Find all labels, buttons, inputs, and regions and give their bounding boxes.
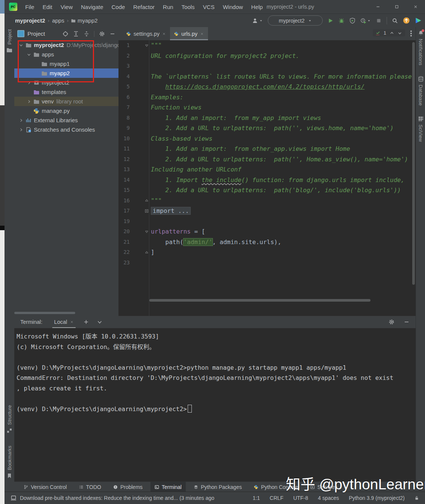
close-button[interactable]: [406, 0, 425, 14]
tree-item-apps[interactable]: apps: [14, 50, 118, 59]
line-number[interactable]: 12: [118, 154, 130, 165]
fold-marker-down[interactable]: [144, 229, 150, 234]
line-number[interactable]: 2: [118, 51, 130, 61]
line-number[interactable]: 17: [118, 206, 130, 216]
debug-button[interactable]: [338, 18, 345, 24]
fold-marker-up[interactable]: [144, 250, 150, 255]
line-number[interactable]: 3: [118, 61, 130, 71]
code-editor[interactable]: 1"""2URL configuration for myproject2 pr…: [118, 40, 416, 316]
code-line[interactable]: 12 2. Add a URL to urlpatterns: path('',…: [118, 154, 416, 165]
menu-item-run[interactable]: Run: [159, 0, 178, 14]
breadcrumb-item-myproject2[interactable]: myproject2: [15, 17, 45, 24]
new-session-button[interactable]: [83, 319, 89, 325]
tool-window-button-todo[interactable]: TODO: [75, 482, 105, 492]
line-number[interactable]: 20: [118, 226, 130, 237]
user-profile-button[interactable]: [252, 18, 263, 24]
code-line[interactable]: 8 1. Add an import: from my_app import v…: [118, 113, 416, 123]
hide-terminal-icon[interactable]: [404, 319, 410, 325]
tree-item-myproject2[interactable]: myproject2D:\MyProjects\djangoLe: [14, 40, 118, 50]
fold-marker-plus[interactable]: [144, 209, 150, 213]
tree-item-myproject2[interactable]: myproject2: [14, 78, 118, 87]
menu-item-view[interactable]: View: [56, 0, 77, 14]
editor-horizontal-scrollbar[interactable]: [149, 299, 370, 302]
tool-window-button-terminal[interactable]: Terminal: [150, 482, 186, 492]
menu-item-code[interactable]: Code: [107, 0, 129, 14]
update-available-icon[interactable]: [403, 17, 410, 24]
chevron-right-icon[interactable]: [17, 128, 25, 132]
chevron-right-icon[interactable]: [17, 118, 25, 123]
code-line[interactable]: 17import ...: [118, 206, 416, 216]
expand-all-icon[interactable]: [73, 31, 79, 37]
next-problem-icon[interactable]: [398, 31, 402, 35]
fold-marker-down[interactable]: [144, 43, 150, 48]
hide-panel-icon[interactable]: [109, 31, 115, 37]
close-icon[interactable]: [70, 320, 74, 324]
tree-item-scratches-and-consoles[interactable]: Scratches and Consoles: [14, 125, 118, 134]
line-number[interactable]: 10: [118, 134, 130, 144]
tool-window-button-structure[interactable]: Structure: [6, 405, 12, 434]
status-widget-1-1[interactable]: 1:1: [253, 495, 260, 501]
line-number[interactable]: 22: [118, 247, 130, 258]
code-line[interactable]: 3: [118, 61, 416, 71]
locate-file-icon[interactable]: [62, 31, 68, 37]
line-number[interactable]: 1: [118, 40, 130, 51]
run-configuration-select[interactable]: myproject2: [268, 15, 323, 26]
more-tabs-icon[interactable]: [410, 30, 412, 32]
terminal-settings-icon[interactable]: [389, 319, 395, 325]
line-number[interactable]: 13: [118, 164, 130, 175]
search-everywhere-button[interactable]: [392, 18, 398, 24]
code-line[interactable]: 1""": [118, 40, 416, 51]
menu-item-refactor[interactable]: Refactor: [129, 0, 159, 14]
code-line[interactable]: 7Function views: [118, 102, 416, 113]
line-number[interactable]: 7: [118, 102, 130, 113]
tool-window-button-python-packages[interactable]: Python Packages: [190, 482, 246, 492]
editor-tab-urls.py[interactable]: urls.py: [170, 27, 208, 40]
code-line[interactable]: 13Including another URLconf: [118, 164, 416, 175]
menu-item-edit[interactable]: Edit: [38, 0, 56, 14]
line-number[interactable]: 5: [118, 82, 130, 92]
breadcrumb-item-apps[interactable]: apps: [52, 17, 64, 24]
run-button[interactable]: [328, 18, 334, 24]
fold-marker-up[interactable]: [144, 198, 150, 203]
code-line[interactable]: 6Examples:: [118, 92, 416, 103]
code-line[interactable]: 16""": [118, 196, 416, 206]
line-number[interactable]: 14: [118, 175, 130, 185]
inspections-widget[interactable]: 1: [373, 29, 405, 36]
code-line[interactable]: 23: [118, 258, 416, 268]
status-widget-crlf[interactable]: CRLF: [270, 495, 284, 501]
line-number[interactable]: 15: [118, 185, 130, 196]
code-line[interactable]: 4The `urlpatterns` list routes URLs to v…: [118, 71, 416, 82]
tree-item-manage.py[interactable]: manage.py: [14, 106, 118, 115]
tool-window-button-bookmarks[interactable]: Bookmarks: [6, 446, 12, 479]
editor-tab-settings.py[interactable]: settings.py: [122, 27, 170, 40]
prev-problem-icon[interactable]: [390, 31, 394, 35]
tool-window-button-notifications[interactable]: Notifications: [418, 30, 424, 65]
gear-icon[interactable]: [99, 31, 105, 37]
close-tab-icon[interactable]: [200, 32, 204, 36]
line-number[interactable]: 11: [118, 144, 130, 154]
horizontal-scrollbar[interactable]: [14, 312, 75, 314]
profiler-button[interactable]: [360, 18, 371, 24]
menu-item-file[interactable]: File: [21, 0, 38, 14]
status-widget-python-3-9-myproject2-[interactable]: Python 3.9 (myproject2): [349, 495, 405, 501]
close-tab-icon[interactable]: [162, 32, 166, 36]
line-number[interactable]: 6: [118, 92, 130, 103]
tree-item-templates[interactable]: templates: [14, 87, 118, 97]
tool-window-button-sciview[interactable]: SciView: [418, 116, 424, 142]
editor-vertical-scrollbar[interactable]: [412, 42, 415, 285]
status-widget-utf-8[interactable]: UTF-8: [293, 495, 308, 501]
tree-item-myapp2[interactable]: myapp2: [14, 68, 118, 78]
menu-item-tools[interactable]: Tools: [178, 0, 199, 14]
code-line[interactable]: 10Class-based views: [118, 134, 416, 144]
stop-button[interactable]: [376, 18, 382, 24]
line-number[interactable]: 16: [118, 196, 130, 206]
collapse-all-icon[interactable]: [83, 31, 90, 37]
chevron-down-icon[interactable]: [17, 43, 25, 47]
tool-window-button-problems[interactable]: Problems: [109, 482, 147, 492]
menu-item-vcs[interactable]: VCS: [199, 0, 219, 14]
menu-item-navigate[interactable]: Navigate: [77, 0, 107, 14]
code-line[interactable]: 2URL configuration for myproject2 projec…: [118, 51, 416, 61]
terminal-tab-local[interactable]: Local: [52, 316, 76, 328]
tool-window-button-project[interactable]: Project: [6, 29, 12, 53]
line-number[interactable]: 8: [118, 113, 130, 123]
